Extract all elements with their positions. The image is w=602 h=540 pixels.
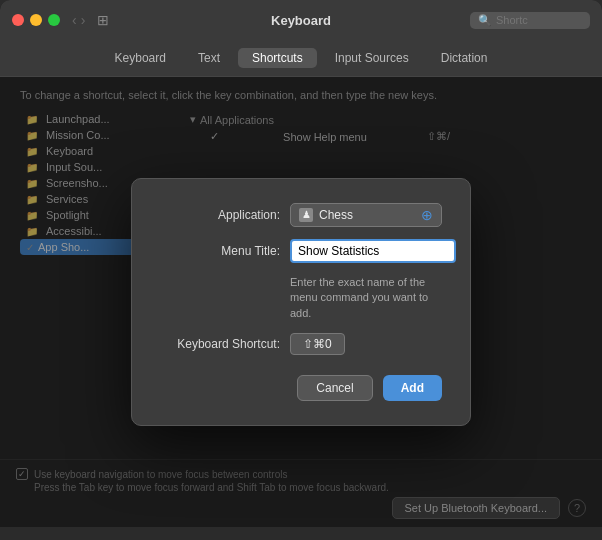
keyboard-shortcut-label: Keyboard Shortcut: <box>160 337 290 351</box>
tabs-bar: Keyboard Text Shortcuts Input Sources Di… <box>0 40 602 77</box>
menu-title-input[interactable] <box>290 239 456 263</box>
application-row: Application: ♟ Chess ⊕ <box>160 203 442 227</box>
tab-keyboard[interactable]: Keyboard <box>101 48 180 68</box>
search-box[interactable]: 🔍 <box>470 12 590 29</box>
modal-buttons: Cancel Add <box>160 375 442 401</box>
shortcut-value: ⇧⌘0 <box>303 337 332 351</box>
menu-title-hint: Enter the exact name of the menu command… <box>290 275 442 321</box>
close-button[interactable] <box>12 14 24 26</box>
fullscreen-button[interactable] <box>48 14 60 26</box>
titlebar: ‹ › ⊞ Keyboard 🔍 <box>0 0 602 40</box>
menu-title-row: Menu Title: <box>160 239 442 263</box>
app-dropdown-left: ♟ Chess <box>299 208 353 222</box>
search-input[interactable] <box>496 14 576 26</box>
back-arrow[interactable]: ‹ <box>72 12 77 28</box>
search-icon: 🔍 <box>478 14 492 27</box>
add-button[interactable]: Add <box>383 375 442 401</box>
tab-dictation[interactable]: Dictation <box>427 48 502 68</box>
dropdown-arrow-icon: ⊕ <box>421 207 433 223</box>
tab-shortcuts[interactable]: Shortcuts <box>238 48 317 68</box>
application-label: Application: <box>160 208 290 222</box>
menu-title-label: Menu Title: <box>160 244 290 258</box>
shortcut-display[interactable]: ⇧⌘0 <box>290 333 345 355</box>
tab-input-sources[interactable]: Input Sources <box>321 48 423 68</box>
traffic-lights <box>12 14 60 26</box>
grid-icon[interactable]: ⊞ <box>97 12 109 28</box>
window-title: Keyboard <box>271 13 331 28</box>
forward-arrow[interactable]: › <box>81 12 86 28</box>
modal-overlay: Application: ♟ Chess ⊕ Menu Title: Enter… <box>0 77 602 527</box>
nav-arrows: ‹ › <box>72 12 85 28</box>
shortcut-row: Keyboard Shortcut: ⇧⌘0 <box>160 333 442 355</box>
application-dropdown[interactable]: ♟ Chess ⊕ <box>290 203 442 227</box>
modal-dialog: Application: ♟ Chess ⊕ Menu Title: Enter… <box>131 178 471 426</box>
minimize-button[interactable] <box>30 14 42 26</box>
tab-text[interactable]: Text <box>184 48 234 68</box>
chess-app-icon: ♟ <box>299 208 313 222</box>
cancel-button[interactable]: Cancel <box>297 375 372 401</box>
main-content: To change a shortcut, select it, click t… <box>0 77 602 527</box>
app-name-label: Chess <box>319 208 353 222</box>
